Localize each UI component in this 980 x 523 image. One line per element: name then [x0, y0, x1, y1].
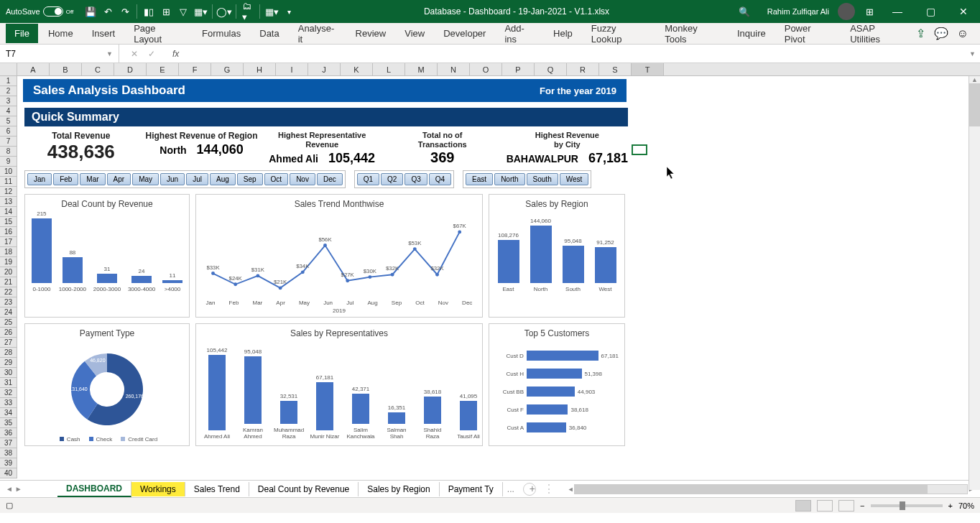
formula-expand-icon[interactable]: ▼: [965, 50, 980, 57]
row-header-33[interactable]: 33: [0, 398, 17, 408]
dot-icon[interactable]: ◯▾: [218, 6, 230, 17]
avatar[interactable]: [838, 3, 855, 20]
col-header-H[interactable]: H: [244, 63, 276, 75]
add-sheet-button[interactable]: +: [523, 483, 536, 496]
row-header-1[interactable]: 1: [0, 76, 17, 86]
row-header-7[interactable]: 7: [0, 136, 17, 147]
comments-icon[interactable]: 💬: [934, 27, 948, 40]
col-header-L[interactable]: L: [373, 63, 405, 75]
col-header-T[interactable]: T: [632, 63, 664, 75]
sheet-tab-sales-region[interactable]: Sales by Region: [359, 482, 439, 496]
slicer-month-feb[interactable]: Feb: [53, 173, 78, 185]
slicer-month-aug[interactable]: Aug: [210, 173, 236, 185]
row-header-22[interactable]: 22: [0, 287, 17, 297]
row-header-16[interactable]: 16: [0, 227, 17, 237]
chart-icon[interactable]: ▮▯: [143, 6, 154, 17]
row-header-18[interactable]: 18: [0, 247, 17, 257]
tab-view[interactable]: View: [396, 24, 433, 43]
row-header-21[interactable]: 21: [0, 277, 17, 287]
row-header-31[interactable]: 31: [0, 378, 17, 388]
tab-help[interactable]: Help: [545, 24, 581, 43]
maximize-button[interactable]: ▢: [914, 0, 947, 23]
tab-data[interactable]: Data: [251, 24, 287, 43]
row-header-39[interactable]: 39: [0, 458, 17, 468]
search-icon[interactable]: 🔍: [739, 6, 750, 17]
row-header-6[interactable]: 6: [0, 126, 17, 136]
col-header-D[interactable]: D: [114, 63, 147, 75]
tab-fuzzy[interactable]: Fuzzy Lookup: [583, 19, 655, 49]
slicer-month-apr[interactable]: Apr: [107, 173, 131, 185]
slicer-month-jul[interactable]: Jul: [186, 173, 208, 185]
enter-icon[interactable]: ✓: [148, 49, 155, 59]
slicer-month-oct[interactable]: Oct: [264, 173, 289, 185]
col-header-Q[interactable]: Q: [535, 63, 567, 75]
tab-home[interactable]: Home: [40, 24, 82, 43]
row-header-15[interactable]: 15: [0, 217, 17, 227]
row-header-35[interactable]: 35: [0, 418, 17, 428]
col-header-S[interactable]: S: [599, 63, 632, 75]
row-header-14[interactable]: 14: [0, 207, 17, 217]
row-header-20[interactable]: 20: [0, 267, 17, 277]
slicer-month-jan[interactable]: Jan: [27, 173, 52, 185]
tab-file[interactable]: File: [6, 24, 38, 43]
sheet-tab-dashboard[interactable]: DASHBOARD: [57, 481, 131, 497]
row-header-2[interactable]: 2: [0, 86, 17, 96]
fx-icon[interactable]: fx: [167, 49, 185, 59]
row-header-38[interactable]: 38: [0, 448, 17, 458]
row-header-40[interactable]: 40: [0, 468, 17, 478]
col-header-A[interactable]: A: [17, 63, 50, 75]
tab-inquire[interactable]: Inquire: [729, 24, 775, 43]
window-options-icon[interactable]: ⊞: [864, 6, 875, 17]
pivot-icon[interactable]: ⊞: [160, 6, 172, 17]
tool-2-icon[interactable]: ▦▾: [266, 6, 277, 17]
col-header-F[interactable]: F: [179, 63, 211, 75]
tab-page-layout[interactable]: Page Layout: [125, 19, 192, 49]
row-header-12[interactable]: 12: [0, 187, 17, 197]
sheet-nav-buttons[interactable]: ◄ ►: [0, 485, 57, 493]
col-header-I[interactable]: I: [276, 63, 308, 75]
zoom-in-button[interactable]: +: [948, 501, 953, 510]
col-header-R[interactable]: R: [567, 63, 599, 75]
row-header-29[interactable]: 29: [0, 358, 17, 368]
redo-icon[interactable]: ↷: [119, 6, 131, 17]
row-header-11[interactable]: 11: [0, 177, 17, 187]
select-all-button[interactable]: [0, 63, 17, 76]
row-header-8[interactable]: 8: [0, 147, 17, 157]
row-header-26[interactable]: 26: [0, 328, 17, 338]
view-normal-button[interactable]: [795, 500, 811, 512]
sheet-more[interactable]: ...: [503, 484, 519, 494]
sheet-tab-sales-trend[interactable]: Sales Trend: [185, 482, 249, 496]
record-macro-icon[interactable]: ▢: [6, 501, 13, 510]
tab-developer[interactable]: Developer: [435, 24, 494, 43]
cancel-icon[interactable]: ✕: [131, 49, 138, 59]
col-header-O[interactable]: O: [470, 63, 502, 75]
chevron-down-icon[interactable]: ▼: [106, 50, 113, 57]
row-header-13[interactable]: 13: [0, 197, 17, 207]
save-icon[interactable]: 💾: [85, 6, 96, 17]
row-header-24[interactable]: 24: [0, 307, 17, 318]
col-header-N[interactable]: N: [438, 63, 470, 75]
row-header-4[interactable]: 4: [0, 106, 17, 116]
row-header-28[interactable]: 28: [0, 348, 17, 358]
slicer-quarter-q3[interactable]: Q3: [405, 173, 427, 185]
slicer-region-north[interactable]: North: [494, 173, 524, 185]
vertical-scrollbar[interactable]: ▲: [969, 76, 980, 490]
slicer-month-jun[interactable]: Jun: [160, 173, 185, 185]
row-header-25[interactable]: 25: [0, 318, 17, 328]
qa-more-icon[interactable]: ▾: [283, 6, 295, 17]
slicer-month-may[interactable]: May: [132, 173, 159, 185]
name-box[interactable]: T7 ▼: [0, 45, 119, 63]
slicer-month-nov[interactable]: Nov: [290, 173, 315, 185]
row-header-36[interactable]: 36: [0, 428, 17, 438]
row-header-10[interactable]: 10: [0, 167, 17, 177]
col-header-C[interactable]: C: [82, 63, 114, 75]
autosave-toggle[interactable]: AutoSave Off: [6, 6, 73, 17]
col-header-B[interactable]: B: [50, 63, 82, 75]
tab-monkey[interactable]: Monkey Tools: [656, 19, 727, 49]
slicer-region-east[interactable]: East: [466, 173, 493, 185]
slicer-region-west[interactable]: West: [560, 173, 589, 185]
table-icon[interactable]: ▦▾: [195, 6, 206, 17]
slicer-month-mar[interactable]: Mar: [80, 173, 105, 185]
horizontal-scrollbar[interactable]: ◄►: [562, 484, 980, 494]
row-header-5[interactable]: 5: [0, 116, 17, 126]
